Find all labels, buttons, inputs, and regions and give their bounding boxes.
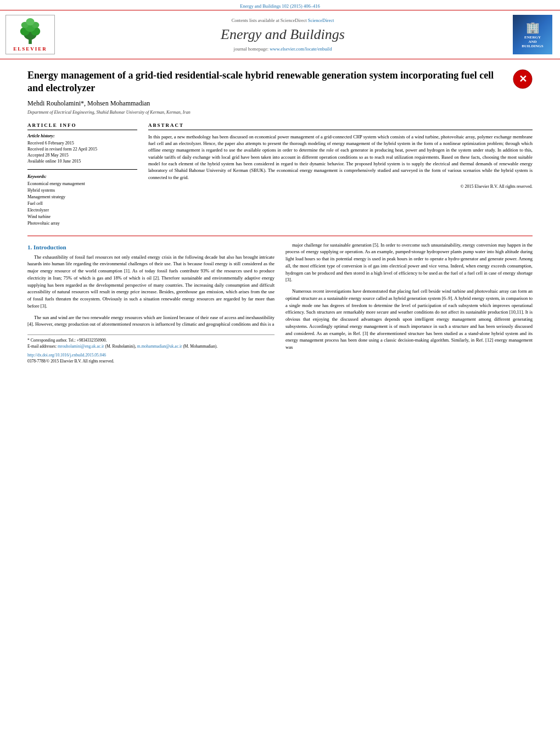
available-online: Available online 10 June 2015	[27, 158, 137, 164]
kw5: Electrolyzer	[27, 207, 137, 214]
energy-logo: 🏢 ENERGY AND BUILDINGS	[511, 15, 555, 54]
body-right-col: major challenge for sustainable generati…	[285, 242, 533, 365]
kw4: Fuel cell	[27, 200, 137, 207]
title-area: Energy management of a grid-tied residen…	[27, 69, 533, 95]
authors-line: Mehdi Rouholamini*, Mohsen Mohammadian	[27, 99, 533, 108]
doi-line: http://dx.doi.org/10.1016/j.enbuild.2015…	[27, 352, 275, 358]
kw2: Hybrid systems	[27, 187, 137, 194]
energy-logo-line3: BUILDINGS	[522, 44, 543, 48]
contents-line: Contents lists available at ScienceDirec…	[232, 18, 334, 23]
svg-text:✕: ✕	[519, 74, 527, 85]
kw6: Wind turbine	[27, 214, 137, 220]
kw1: Economical energy management	[27, 181, 137, 187]
body-para-1: The exhaustibility of fossil fuel resour…	[27, 254, 275, 310]
crossmark-logo: ✕	[513, 69, 533, 89]
footnote-email2-link[interactable]: m.mohammadian@uk.ac.ir	[137, 344, 182, 349]
abstract-copyright: © 2015 Elsevier B.V. All rights reserved…	[148, 184, 533, 189]
kw3: Management strategy	[27, 194, 137, 200]
keywords-section: Keywords: Economical energy management H…	[27, 174, 137, 227]
footnote-email1-link[interactable]: mrouholamini@eng.uk.ac.ir	[58, 344, 104, 349]
elsevier-logo: ELSEVIER	[5, 15, 55, 54]
received-revised: Received in revised form 22 April 2015	[27, 146, 137, 152]
article-info-label: ARTICLE INFO	[27, 122, 137, 130]
article-info-panel: ARTICLE INFO Article history: Received 6…	[27, 122, 137, 227]
paper-title: Energy management of a grid-tied residen…	[27, 69, 507, 95]
abstract-panel: ABSTRACT In this paper, a new methodolog…	[148, 122, 533, 227]
body-left-col: 1. Introduction The exhaustibility of fo…	[27, 242, 275, 365]
top-header: Energy and Buildings 102 (2015) 406–416	[0, 0, 560, 10]
journal-center-info: Contents lists available at ScienceDirec…	[61, 15, 504, 54]
abstract-label: ABSTRACT	[148, 122, 533, 130]
energy-logo-line2: AND	[528, 40, 536, 44]
body-para-4: Numerous recent investigations have demo…	[285, 288, 533, 351]
affiliation-line: Department of Electrical Engineering, Sh…	[27, 110, 533, 115]
section1-heading: 1. Introduction	[27, 244, 275, 250]
received-1: Received 6 February 2015	[27, 140, 137, 146]
body-para-2: The sun and wind are the two renewable e…	[27, 314, 275, 328]
footnote-star: * Corresponding author. Tel.: +983433235…	[27, 337, 275, 343]
journal-header: ELSEVIER Contents lists available at Sci…	[0, 10, 560, 59]
svg-point-7	[26, 18, 34, 25]
article-history-label: Article history:	[27, 133, 137, 138]
abstract-text: In this paper, a new methodology has bee…	[148, 133, 533, 181]
body-para-3: major challenge for sustainable generati…	[285, 242, 533, 284]
journal-title: Energy and Buildings	[221, 26, 345, 43]
keywords-label: Keywords:	[27, 174, 137, 179]
footnote-emails: E-mail addresses: mrouholamini@eng.uk.ac…	[27, 343, 275, 349]
elsevier-label: ELSEVIER	[13, 46, 47, 52]
homepage-link[interactable]: www.elsevier.com/locate/enbuild	[270, 46, 332, 52]
energy-logo-line1: ENERGY	[524, 35, 541, 40]
journal-ref: Energy and Buildings 102 (2015) 406–416	[240, 3, 320, 9]
accepted: Accepted 28 May 2015	[27, 152, 137, 158]
doi-link[interactable]: http://dx.doi.org/10.1016/j.enbuild.2015…	[27, 353, 106, 358]
sciencedirect-link[interactable]: ScienceDirect	[308, 18, 334, 23]
issn-line: 0378-7788/© 2015 Elsevier B.V. All right…	[27, 358, 275, 364]
homepage-line: journal homepage: www.elsevier.com/locat…	[234, 46, 332, 52]
footnote-area: * Corresponding author. Tel.: +983433235…	[27, 334, 275, 364]
kw7: Photovoltaic array	[27, 220, 137, 227]
